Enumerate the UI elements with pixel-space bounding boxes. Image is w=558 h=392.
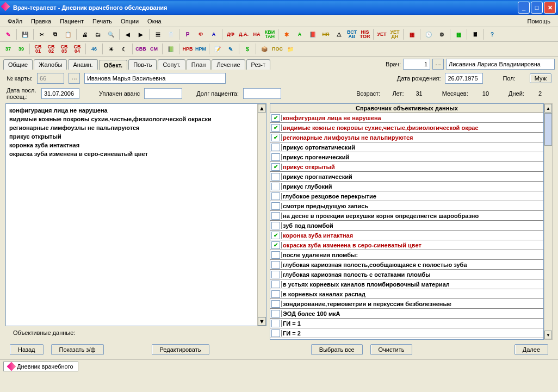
checkbox-icon[interactable] bbox=[271, 251, 280, 259]
tab-anamnesis[interactable]: Анамн. bbox=[68, 59, 97, 70]
status-doc-tab[interactable]: Дневник врачебного bbox=[3, 362, 78, 371]
checkbox-icon[interactable] bbox=[271, 300, 280, 308]
doctor-name-field[interactable]: Лисавина Лариса Владимировна bbox=[446, 59, 555, 70]
checkbox-icon[interactable]: ✔ bbox=[271, 134, 280, 141]
pos-btn[interactable]: ПОС bbox=[271, 43, 283, 55]
calc-icon[interactable]: 🖩 bbox=[469, 28, 481, 40]
lastvisit-field[interactable]: 31.07.2006 bbox=[41, 88, 79, 99]
ref-row[interactable]: глубокая кариозная полость с остатками п… bbox=[270, 270, 543, 279]
ref-row[interactable]: зондирование,термометрия и перкуссия без… bbox=[270, 299, 543, 309]
record-nav2-icon[interactable]: ▶ bbox=[135, 28, 147, 40]
checkbox-icon[interactable] bbox=[271, 222, 280, 229]
notes-textarea[interactable]: конфигурация лица не нарушена видимые ко… bbox=[5, 103, 266, 326]
cardedit-icon[interactable]: 📝 bbox=[212, 43, 224, 55]
ref-row[interactable]: в устьях корневых каналов пломбировочный… bbox=[270, 279, 543, 289]
tab-treatment[interactable]: Лечение bbox=[212, 59, 245, 70]
npv-btn[interactable]: НРВ bbox=[182, 43, 194, 55]
book-icon[interactable]: 📕 bbox=[307, 28, 319, 40]
yet2-btn[interactable]: УЕТДН bbox=[389, 28, 401, 40]
checkbox-icon[interactable] bbox=[271, 144, 280, 151]
cbb-btn[interactable]: СВВ bbox=[135, 43, 147, 55]
checkbox-icon[interactable]: ✔ bbox=[271, 124, 280, 132]
ref-row[interactable]: ГИ = 3 bbox=[270, 338, 543, 340]
p-btn[interactable]: P bbox=[182, 28, 194, 40]
card-lookup-button[interactable]: … bbox=[69, 73, 80, 84]
checkbox-icon[interactable] bbox=[271, 212, 280, 220]
gear-icon[interactable]: ⚙ bbox=[436, 28, 448, 40]
f-btn[interactable]: Ф bbox=[195, 28, 207, 40]
edit-button[interactable]: Редактировать bbox=[152, 344, 209, 355]
pencil-icon[interactable]: ✎ bbox=[2, 28, 14, 40]
af-btn[interactable]: А bbox=[294, 28, 306, 40]
doctor-num-field[interactable]: 1 bbox=[403, 59, 430, 70]
show-button[interactable]: Показать з/ф bbox=[51, 344, 104, 355]
ref-row[interactable]: ЭОД более 100 мкА bbox=[270, 309, 543, 319]
tab-plan[interactable]: План bbox=[187, 59, 211, 70]
ref-row[interactable]: на десне в проекции верхушки корня опред… bbox=[270, 211, 543, 221]
checkbox-icon[interactable] bbox=[271, 271, 280, 278]
menu-patient[interactable]: Пациент bbox=[55, 17, 88, 26]
moon-icon[interactable]: ☾ bbox=[118, 43, 130, 55]
textarea-scrollbar[interactable]: ▲ ▼ bbox=[257, 104, 266, 326]
clear-button[interactable]: Очистить bbox=[370, 344, 413, 355]
ref-row[interactable]: прикус прогенический bbox=[270, 152, 543, 162]
ref-row[interactable]: смотри предыдущую запись bbox=[270, 201, 543, 211]
maximize-button[interactable]: □ bbox=[531, 2, 543, 14]
checkbox-icon[interactable] bbox=[271, 183, 280, 190]
ref-row[interactable]: прикус ортогнатический bbox=[270, 142, 543, 152]
star-icon[interactable]: ✱ bbox=[281, 28, 293, 40]
cb01-btn[interactable]: СВ01 bbox=[32, 43, 44, 55]
yet-btn[interactable]: УЕТ bbox=[376, 28, 388, 40]
hya-btn[interactable]: НЯ bbox=[320, 28, 332, 40]
checkbox-icon[interactable] bbox=[271, 153, 280, 161]
sex-button[interactable]: Муж bbox=[530, 73, 551, 83]
ref-row[interactable]: ✔окраска зуба изменена в серо-синеватый … bbox=[270, 240, 543, 250]
ref-row[interactable]: ✔прикус открытый bbox=[270, 162, 543, 172]
da-btn[interactable]: Д.А. bbox=[238, 28, 250, 40]
checkbox-icon[interactable] bbox=[271, 192, 280, 200]
help-icon[interactable]: ? bbox=[486, 28, 498, 40]
minimize-button[interactable]: _ bbox=[518, 2, 530, 14]
tab-objective[interactable]: Обект. bbox=[99, 60, 127, 70]
close-button[interactable]: ✕ bbox=[544, 2, 556, 14]
ref-row[interactable]: зуб под пломбой bbox=[270, 221, 543, 231]
next-button[interactable]: Далее bbox=[514, 344, 548, 355]
scroll-thumb[interactable] bbox=[544, 113, 552, 146]
cb02-btn[interactable]: СВ02 bbox=[45, 43, 57, 55]
birth-date-field[interactable]: 26.07.1975 bbox=[445, 73, 483, 84]
ref-row[interactable]: после удаления пломбы: bbox=[270, 250, 543, 260]
ref-row[interactable]: ГИ = 2 bbox=[270, 328, 543, 338]
checkbox-icon[interactable]: ✔ bbox=[271, 163, 280, 171]
ref-row[interactable]: ✔коронка зуба интактная bbox=[270, 231, 543, 240]
advance-field[interactable] bbox=[144, 88, 182, 99]
t37-btn[interactable]: 37 bbox=[2, 43, 14, 55]
checkbox-icon[interactable] bbox=[271, 202, 280, 210]
menu-windows[interactable]: Окна bbox=[143, 17, 166, 26]
cb04-btn[interactable]: СВ04 bbox=[71, 43, 83, 55]
warn-icon[interactable]: ⚠ bbox=[333, 28, 345, 40]
checkbox-icon[interactable]: ✔ bbox=[271, 114, 280, 122]
tab-result[interactable]: Рез-т bbox=[246, 59, 270, 70]
cb03-btn[interactable]: СВ03 bbox=[58, 43, 70, 55]
list-icon[interactable]: ☰ bbox=[152, 28, 164, 40]
tab-additional[interactable]: Сопут. bbox=[158, 59, 185, 70]
ref-row[interactable]: в корневых каналах распад bbox=[270, 289, 543, 299]
paste-icon[interactable]: 📋 bbox=[62, 28, 74, 40]
card-icon[interactable]: 🗂 bbox=[92, 28, 104, 40]
cm-btn[interactable]: СМ bbox=[148, 43, 160, 55]
checkbox-icon[interactable] bbox=[271, 320, 280, 327]
ref-row[interactable]: прикус глубокий bbox=[270, 182, 543, 191]
df-btn[interactable]: ДФ bbox=[225, 28, 237, 40]
tab-surface[interactable]: Пов-ть bbox=[128, 59, 157, 70]
scroll-up-icon[interactable]: ▲ bbox=[544, 104, 552, 113]
outer-scrollbar[interactable]: ▲ ▼ bbox=[544, 103, 553, 340]
checkbox-icon[interactable] bbox=[271, 281, 280, 288]
tab-complaints[interactable]: Жалобы bbox=[34, 59, 67, 70]
dollar-icon[interactable]: $ bbox=[241, 43, 253, 55]
checkbox-icon[interactable]: ✔ bbox=[271, 241, 280, 249]
debt-field[interactable] bbox=[243, 88, 281, 99]
clock-icon[interactable]: 🕓 bbox=[423, 28, 435, 40]
ref-row[interactable]: ✔конфигурация лица не нарушена bbox=[270, 113, 543, 123]
box-icon[interactable]: 📦 bbox=[258, 43, 270, 55]
tab-general[interactable]: Общие bbox=[3, 59, 33, 70]
